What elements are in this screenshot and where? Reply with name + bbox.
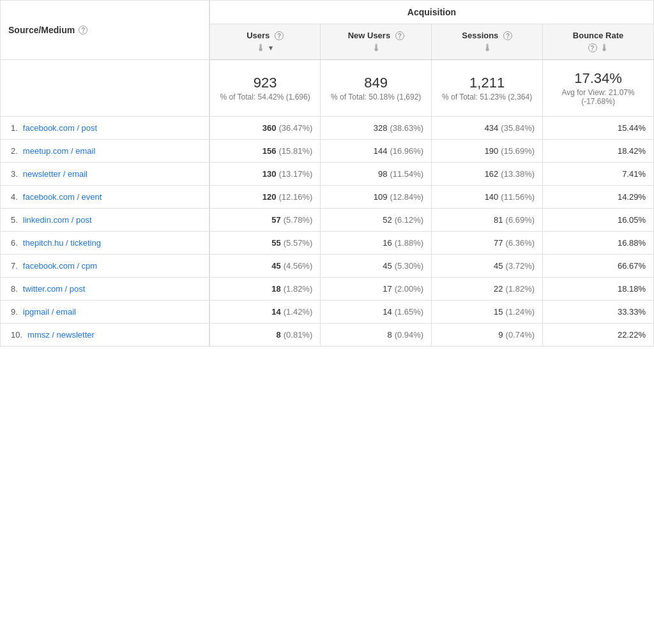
- source-medium-help-icon[interactable]: ?: [79, 26, 87, 34]
- total-new-users-value: 849: [326, 75, 426, 91]
- new-users-cell: 52(6.12%): [321, 209, 432, 232]
- new-users-pct: (0.94%): [395, 330, 424, 340]
- users-pct: (12.16%): [279, 192, 313, 202]
- source-link[interactable]: mmsz / newsletter: [27, 330, 95, 340]
- new-users-cell: 8(0.94%): [321, 324, 432, 347]
- sessions-value: 190: [485, 146, 499, 156]
- bounce-rate-cell: 14.29%: [543, 186, 654, 209]
- total-sessions-value: 1,211: [437, 75, 537, 91]
- source-link[interactable]: facebook.com / post: [23, 123, 97, 133]
- sessions-pct: (3.72%): [506, 261, 535, 271]
- new-users-pct: (1.88%): [395, 238, 424, 248]
- source-medium-cell: 1.facebook.com / post: [1, 117, 209, 140]
- bounce-rate-value: 16.05%: [618, 215, 646, 225]
- source-medium-header-label: Source/Medium: [8, 25, 75, 35]
- sessions-pct: (1.24%): [506, 307, 535, 317]
- sessions-pct: (15.69%): [501, 146, 535, 156]
- new-users-pct: (6.12%): [395, 215, 424, 225]
- new-users-pct: (38.63%): [390, 123, 423, 133]
- users-cell: 45(4.56%): [209, 255, 321, 278]
- new-users-value: 45: [383, 261, 392, 271]
- acquisition-label: Acquisition: [407, 7, 456, 17]
- row-num: 9.: [11, 307, 18, 317]
- new-users-cell: 16(1.88%): [321, 232, 432, 255]
- sessions-cell: 9(0.74%): [432, 324, 543, 347]
- new-users-col-label: New Users: [348, 31, 390, 40]
- sessions-help-icon[interactable]: ?: [503, 31, 512, 40]
- new-users-help-icon[interactable]: ?: [395, 31, 404, 40]
- source-medium-cell: 3.newsletter / email: [1, 163, 209, 186]
- bounce-rate-value: 7.41%: [622, 169, 646, 179]
- users-therm-icon: 🌡: [256, 43, 265, 53]
- total-bounce-rate-sub: Avg for View: 21.07% (-17.68%): [548, 88, 648, 106]
- row-num: 8.: [11, 284, 18, 294]
- sessions-pct: (6.36%): [506, 238, 535, 248]
- new-users-value: 17: [383, 284, 392, 294]
- total-bounce-rate-value: 17.34%: [548, 70, 648, 87]
- bounce-rate-value: 18.18%: [618, 284, 646, 294]
- users-help-icon[interactable]: ?: [275, 31, 284, 40]
- total-new-users-sub: % of Total: 50.18% (1,692): [326, 93, 426, 101]
- new-users-cell: 328(38.63%): [321, 117, 432, 140]
- bounce-rate-help-icon[interactable]: ?: [588, 43, 597, 52]
- sessions-pct: (35.84%): [501, 123, 535, 133]
- table-row: 7.facebook.com / cpm45(4.56%)45(5.30%)45…: [1, 255, 654, 278]
- bounce-rate-therm-icon: 🌡: [600, 43, 609, 53]
- sessions-value: 45: [494, 261, 503, 271]
- source-medium-cell: 5.linkedin.com / post: [1, 209, 209, 232]
- row-num: 6.: [11, 238, 18, 248]
- bounce-rate-cell: 22.22%: [543, 324, 654, 347]
- sessions-pct: (11.56%): [501, 192, 535, 202]
- users-cell: 120(12.16%): [209, 186, 321, 209]
- source-link[interactable]: facebook.com / event: [23, 192, 102, 202]
- new-users-value: 98: [378, 169, 387, 179]
- table-row: 5.linkedin.com / post57(5.78%)52(6.12%)8…: [1, 209, 654, 232]
- users-col-label: Users: [247, 31, 270, 40]
- users-pct: (4.56%): [284, 261, 313, 271]
- source-link[interactable]: twitter.com / post: [23, 284, 86, 294]
- table-row: 4.facebook.com / event120(12.16%)109(12.…: [1, 186, 654, 209]
- users-sort-icon[interactable]: ▼: [268, 44, 275, 52]
- source-link[interactable]: thepitch.hu / ticketing: [23, 238, 101, 248]
- sessions-cell: 77(6.36%): [432, 232, 543, 255]
- source-medium-cell: 9.ipgmail / email: [1, 301, 209, 324]
- bounce-rate-col-label: Bounce Rate: [573, 31, 623, 40]
- table-row: 3.newsletter / email130(13.17%)98(11.54%…: [1, 163, 654, 186]
- new-users-cell: 144(16.96%): [321, 140, 432, 163]
- users-value: 45: [271, 261, 280, 271]
- sessions-cell: 190(15.69%): [432, 140, 543, 163]
- users-cell: 156(15.81%): [209, 140, 321, 163]
- users-cell: 130(13.17%): [209, 163, 321, 186]
- bounce-rate-value: 66.67%: [618, 261, 646, 271]
- bounce-rate-value: 14.29%: [618, 192, 646, 202]
- source-medium-cell: 2.meetup.com / email: [1, 140, 209, 163]
- table-row: 8.twitter.com / post18(1.82%)17(2.00%)22…: [1, 278, 654, 301]
- new-users-pct: (16.96%): [390, 146, 423, 156]
- sessions-value: 162: [485, 169, 499, 179]
- total-users-sub: % of Total: 54.42% (1,696): [215, 93, 315, 101]
- row-num: 4.: [11, 192, 18, 202]
- new-users-pct: (12.84%): [390, 192, 423, 202]
- users-cell: 14(1.42%): [209, 301, 321, 324]
- users-cell: 18(1.82%): [209, 278, 321, 301]
- row-num: 5.: [11, 215, 18, 225]
- source-link[interactable]: linkedin.com / post: [23, 215, 92, 225]
- source-medium-cell: 10.mmsz / newsletter: [1, 324, 209, 347]
- new-users-value: 52: [383, 215, 392, 225]
- source-link[interactable]: ipgmail / email: [23, 307, 76, 317]
- bounce-rate-cell: 16.88%: [543, 232, 654, 255]
- sessions-cell: 22(1.82%): [432, 278, 543, 301]
- bounce-rate-cell: 66.67%: [543, 255, 654, 278]
- row-num: 2.: [11, 146, 18, 156]
- new-users-pct: (11.54%): [390, 169, 423, 179]
- users-pct: (5.78%): [284, 215, 313, 225]
- sessions-value: 81: [494, 215, 503, 225]
- sessions-cell: 434(35.84%): [432, 117, 543, 140]
- source-link[interactable]: facebook.com / cpm: [23, 261, 97, 271]
- users-cell: 55(5.57%): [209, 232, 321, 255]
- source-link[interactable]: meetup.com / email: [23, 146, 95, 156]
- total-users-value: 923: [215, 75, 315, 91]
- source-medium-cell: 6.thepitch.hu / ticketing: [1, 232, 209, 255]
- new-users-value: 109: [374, 192, 388, 202]
- source-link[interactable]: newsletter / email: [23, 169, 87, 179]
